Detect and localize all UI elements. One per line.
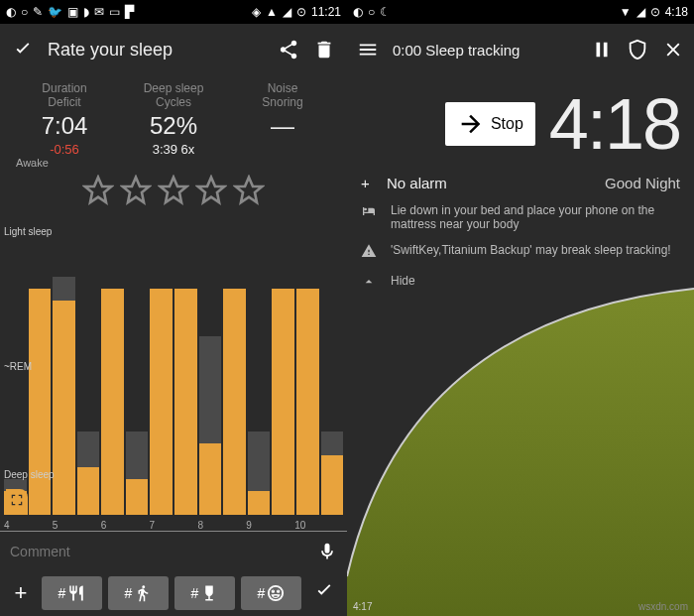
status-time: 4:18 <box>665 5 688 19</box>
stats-row: Duration Deficit 7:04 -0:56 Awake Deep s… <box>0 75 347 169</box>
tag-food[interactable]: # <box>42 576 102 610</box>
chart-bar <box>248 431 271 515</box>
close-icon[interactable] <box>662 39 684 61</box>
star-icon[interactable] <box>120 175 152 206</box>
wifi-icon: ▼ <box>620 5 632 19</box>
tag-drink[interactable]: # <box>174 576 235 610</box>
star-icon[interactable] <box>233 175 265 206</box>
chart-bar <box>321 431 344 515</box>
alarm-row[interactable]: + No alarm Good Night <box>347 169 694 197</box>
status-bar: ◐ ○ ☾ ▼ ◢ ⊙ 4:18 <box>347 0 694 24</box>
chart-bar <box>199 336 222 515</box>
star-icon[interactable] <box>82 175 114 206</box>
sleep-hill-chart <box>347 259 694 616</box>
confirm-tags-button[interactable] <box>307 580 341 606</box>
cal-icon: ▣ <box>67 5 78 19</box>
signal-icon: ▲ <box>266 5 278 19</box>
status-time: 11:21 <box>311 5 341 19</box>
comment-row <box>0 531 347 570</box>
chart-bar <box>126 431 149 515</box>
rate-sleep-screen: ◐ ○ ✎ 🐦 ▣ ◗ ✉ ▭ ▛ ◈ ▲ ◢ ⊙ 11:21 Rate you… <box>0 0 347 616</box>
food-icon <box>67 584 85 602</box>
app-bar: Rate your sleep <box>0 24 347 75</box>
comment-input[interactable] <box>10 544 317 559</box>
half-icon: ◗ <box>83 5 89 19</box>
stop-button[interactable]: Stop <box>445 102 535 146</box>
podcast-icon: ◐ <box>6 5 16 19</box>
walk-icon <box>134 584 152 602</box>
svg-point-2 <box>278 591 280 593</box>
delete-icon[interactable] <box>313 39 335 61</box>
window-icon: ▭ <box>109 5 120 19</box>
sad-icon <box>267 584 285 602</box>
twitter-icon: 🐦 <box>48 5 62 19</box>
chart-bar <box>29 289 52 515</box>
warning-icon <box>361 243 377 259</box>
flag-icon: ▛ <box>125 5 134 19</box>
moon-icon: ☾ <box>380 5 391 19</box>
clock-icon: ⊙ <box>296 5 306 19</box>
plus-icon: + <box>361 175 387 191</box>
fullscreen-icon[interactable] <box>6 489 28 515</box>
chart-timestamp: 4:17 <box>353 601 372 612</box>
clock-icon: ⊙ <box>650 5 660 19</box>
menu-icon[interactable] <box>357 39 379 61</box>
edit-icon: ✎ <box>33 5 43 19</box>
chart-bar <box>53 277 75 515</box>
chart-bar <box>272 289 294 515</box>
chart-bar <box>101 289 124 515</box>
tag-row: + # # # # <box>0 570 347 616</box>
tip-row: Lie down in your bed and place your phon… <box>347 197 694 237</box>
svg-point-1 <box>273 591 275 593</box>
tag-mood[interactable]: # <box>241 576 301 610</box>
hide-row[interactable]: Hide <box>347 268 694 299</box>
circle-icon: ○ <box>21 5 28 19</box>
stat-duration: Duration Deficit 7:04 -0:56 Awake <box>10 81 119 169</box>
arrow-right-icon <box>457 110 485 138</box>
clock-row: Stop 4:18 <box>347 75 694 169</box>
wifi-icon: ◈ <box>252 5 261 19</box>
tag-walk[interactable]: # <box>108 576 169 610</box>
mail-icon: ✉ <box>94 5 104 19</box>
bed-icon <box>361 203 377 219</box>
stat-deep-sleep: Deep sleep Cycles 52% 3:39 6x <box>119 81 228 169</box>
pause-icon[interactable] <box>591 39 613 61</box>
big-clock: 4:18 <box>549 83 680 165</box>
chevron-up-icon <box>361 274 377 290</box>
sleep-chart[interactable]: Light sleep ~REM Deep sleep 45678910 <box>0 222 347 531</box>
stat-noise: Noise Snoring — <box>228 81 337 169</box>
chart-bar <box>174 289 197 515</box>
warning-row: 'SwiftKey,Titanium Backup' may break sle… <box>347 237 694 268</box>
signal-icon: ◢ <box>636 5 645 19</box>
add-tag-button[interactable]: + <box>6 580 36 606</box>
page-title: 0:00 Sleep tracking <box>393 42 577 59</box>
shield-icon[interactable] <box>627 39 648 61</box>
battery-icon: ◢ <box>283 5 291 19</box>
drink-icon <box>200 584 218 602</box>
app-bar: 0:00 Sleep tracking <box>347 24 694 75</box>
watermark: wsxdn.com <box>638 601 688 612</box>
chart-bar <box>296 289 319 515</box>
chart-bar <box>223 289 246 515</box>
circle-icon: ○ <box>368 5 375 19</box>
tracking-screen: ◐ ○ ☾ ▼ ◢ ⊙ 4:18 0:00 Sleep tracking Sto… <box>347 0 694 616</box>
chart-bar <box>77 431 100 515</box>
star-icon[interactable] <box>195 175 227 206</box>
chart-bar <box>150 289 173 515</box>
star-rating[interactable] <box>0 169 347 218</box>
mic-icon[interactable] <box>317 542 337 561</box>
status-bar: ◐ ○ ✎ 🐦 ▣ ◗ ✉ ▭ ▛ ◈ ▲ ◢ ⊙ 11:21 <box>0 0 347 24</box>
page-title: Rate your sleep <box>48 40 264 61</box>
share-icon[interactable] <box>278 39 299 61</box>
podcast-icon: ◐ <box>353 5 363 19</box>
star-icon[interactable] <box>158 175 189 206</box>
check-icon[interactable] <box>12 39 34 61</box>
